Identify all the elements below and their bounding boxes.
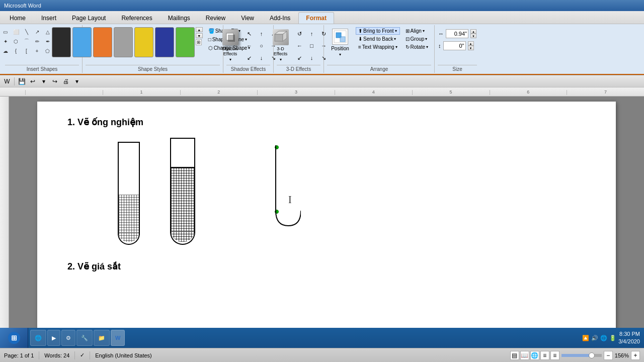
shape-star-btn[interactable]: ✦: [1, 37, 11, 46]
width-input[interactable]: [446, 29, 468, 38]
shadow-effects-btn[interactable]: ShadowEffects ▾: [218, 27, 243, 64]
3d-btn7[interactable]: ↙: [294, 52, 305, 63]
print-layout-btn[interactable]: ▤: [510, 351, 519, 360]
taskbar-app2-btn[interactable]: 🔧: [76, 330, 93, 346]
align-icon: ⊞: [406, 28, 410, 34]
tray-icon3: 🌐: [600, 335, 607, 341]
shadow-btn2[interactable]: ↑: [256, 28, 267, 39]
shape-brace-btn[interactable]: {: [11, 46, 21, 55]
qa-save-btn[interactable]: 💾: [17, 76, 27, 86]
shadow-btn1[interactable]: ↖: [244, 28, 255, 39]
tube2-fill-bottom: [171, 231, 194, 242]
taskbar-media-btn[interactable]: ▶: [47, 330, 60, 346]
qa-more-btn[interactable]: ▾: [72, 76, 82, 86]
shape-hex-btn[interactable]: ⬡: [11, 37, 21, 46]
outline-btn[interactable]: ≡: [540, 351, 549, 360]
shape-arrow-btn[interactable]: ↗: [32, 27, 42, 36]
height-up-btn[interactable]: ▲: [468, 41, 474, 46]
swatch-gray[interactable]: [114, 27, 133, 57]
swatch-navy[interactable]: [155, 27, 174, 57]
send-to-back-btn[interactable]: ⬇ Send to Back ▾: [356, 35, 400, 43]
3d-btn2[interactable]: ↑: [306, 28, 317, 39]
full-reading-btn[interactable]: 📖: [520, 351, 529, 360]
taskbar-app1-btn[interactable]: ⚙: [61, 330, 75, 346]
document-scroll[interactable]: 1. Vẽ ống nghiệm: [9, 97, 644, 352]
swatch-blue[interactable]: [72, 27, 92, 57]
3d-btn4[interactable]: ←: [294, 40, 305, 51]
words-label: Words: 24: [44, 352, 69, 358]
web-layout-btn[interactable]: 🌐: [530, 351, 539, 360]
taskbar-ie-btn[interactable]: 🌐: [30, 330, 46, 346]
shadow-btn4[interactable]: ←: [244, 40, 255, 51]
align-btn[interactable]: ⊞ Align ▾: [403, 27, 431, 35]
tab-add-ins[interactable]: Add-Ins: [262, 12, 298, 24]
swatch-scroll-up[interactable]: ▲: [196, 27, 203, 32]
tab-view[interactable]: View: [233, 12, 262, 24]
ruler-marks: 1 2 3 4 5 6 7: [0, 90, 644, 95]
start-button[interactable]: ⊞: [0, 328, 28, 348]
tube1-fill-bottom: [119, 233, 139, 242]
taskbar-folder-btn[interactable]: 📁: [94, 330, 110, 346]
3d-btn1[interactable]: ↺: [294, 28, 305, 39]
qa-undo-dropdown[interactable]: ▾: [39, 76, 49, 86]
taskbar-items: 🌐 ▶ ⚙ 🔧 📁 W: [28, 328, 578, 348]
3d-btn5[interactable]: □: [306, 40, 317, 51]
swatch-scroll-down[interactable]: ▼: [196, 33, 203, 38]
tab-references[interactable]: References: [114, 12, 159, 24]
tab-bar: Home Insert Page Layout References Maili…: [0, 11, 644, 24]
zoom-slider[interactable]: [561, 354, 602, 357]
zoom-in-btn[interactable]: +: [631, 351, 640, 360]
taskbar-right: 🔼 🔊 🌐 🔋 8:30 PM 3/4/2020: [578, 330, 644, 346]
bring-to-front-btn[interactable]: ⬆ Bring to Front ▾: [356, 27, 400, 35]
shape-freeform-btn[interactable]: ✏: [32, 37, 42, 46]
tab-insert[interactable]: Insert: [34, 12, 64, 24]
shape-rect-btn[interactable]: ▭: [1, 27, 11, 36]
height-down-btn[interactable]: ▼: [468, 46, 474, 50]
shape-oval-btn[interactable]: ⬜: [11, 27, 21, 36]
word-count: Words: 24: [44, 352, 69, 358]
ruler-7: 7: [567, 90, 644, 95]
text-wrapping-btn[interactable]: ≡ Text Wrapping ▾: [356, 43, 400, 51]
shadow-btn5[interactable]: ○: [256, 40, 267, 51]
qa-print-preview-btn[interactable]: 🖨: [61, 76, 71, 86]
qa-word-icon[interactable]: W: [2, 76, 12, 86]
swatch-orange[interactable]: [93, 27, 112, 57]
width-up-btn[interactable]: ▲: [470, 29, 476, 34]
text-wrap-arrow: ▾: [395, 45, 397, 49]
tab-format[interactable]: Format: [298, 12, 334, 24]
vertical-ruler: [0, 97, 9, 352]
position-svg: [333, 30, 347, 44]
3d-btn8[interactable]: ↓: [306, 52, 317, 63]
zoom-thumb[interactable]: [589, 352, 595, 358]
shadow-btn8[interactable]: ↓: [256, 52, 267, 63]
qa-undo-btn[interactable]: ↩: [28, 76, 38, 86]
shape-cloud-btn[interactable]: ☁: [1, 46, 11, 55]
zoom-out-btn[interactable]: −: [604, 351, 613, 360]
shape-plus-btn[interactable]: +: [32, 46, 42, 55]
shape-line-btn[interactable]: ╲: [22, 27, 32, 36]
tab-home[interactable]: Home: [2, 12, 33, 24]
group-btn[interactable]: ⊡ Group ▾: [403, 35, 431, 43]
tube1-fill: [119, 195, 139, 235]
swatch-yellow[interactable]: [134, 27, 153, 57]
insert-shapes-label: Insert Shapes: [5, 65, 79, 72]
qa-redo-btn[interactable]: ↪: [50, 76, 60, 86]
height-input[interactable]: [443, 41, 466, 50]
rotate-btn[interactable]: ↻ Rotate ▾: [403, 43, 431, 51]
width-down-btn[interactable]: ▼: [470, 34, 476, 38]
swatch-black[interactable]: [52, 27, 71, 57]
tab-review[interactable]: Review: [198, 12, 233, 24]
position-btn[interactable]: Position ▾: [328, 27, 353, 58]
shape-bracket-btn[interactable]: [: [22, 46, 32, 55]
svg-rect-7: [340, 37, 345, 42]
shape-curve-btn[interactable]: ⌒: [22, 37, 32, 46]
tab-page-layout[interactable]: Page Layout: [64, 12, 113, 24]
size-label-grp: Size: [438, 65, 477, 72]
taskbar-word-btn[interactable]: W: [111, 330, 125, 346]
tab-mailings[interactable]: Mailings: [160, 12, 198, 24]
shadow-btn7[interactable]: ↙: [244, 52, 255, 63]
draft-btn[interactable]: ≡: [550, 351, 559, 360]
swatch-green[interactable]: [176, 27, 195, 57]
swatch-expand[interactable]: ⊞: [196, 39, 202, 45]
3d-effects-btn[interactable]: 3-DEffects ▾: [268, 27, 293, 64]
